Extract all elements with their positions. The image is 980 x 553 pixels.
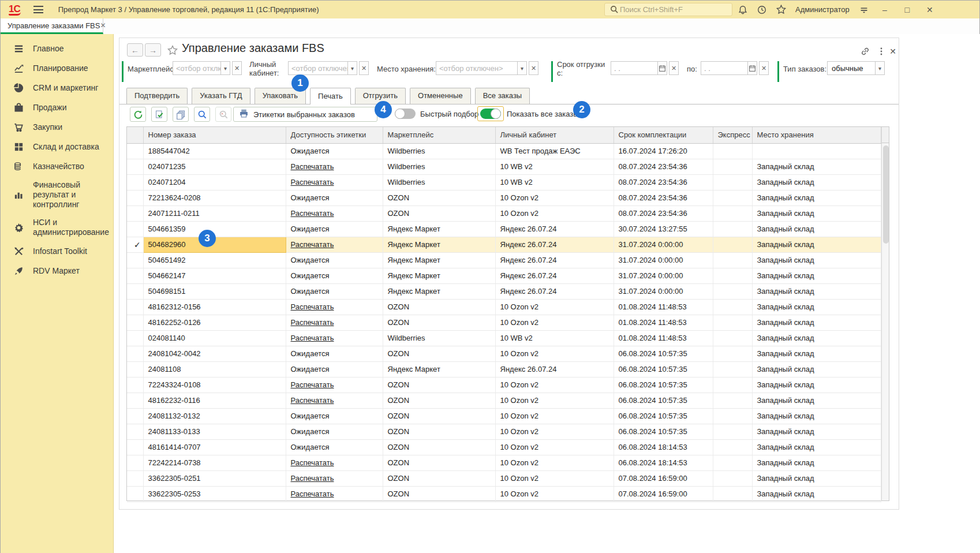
set-flags-button[interactable] bbox=[151, 107, 167, 122]
favorite-star-icon[interactable] bbox=[167, 44, 178, 56]
get-link-icon[interactable] bbox=[859, 46, 871, 57]
label-availability-cell[interactable]: Распечатать bbox=[286, 455, 383, 470]
column-header[interactable]: Срок комплектации bbox=[614, 127, 713, 143]
notifications-bell-icon[interactable] bbox=[737, 4, 749, 16]
label-availability-cell[interactable]: Распечатать bbox=[286, 174, 383, 190]
action-tab[interactable]: Отмененные bbox=[410, 88, 471, 104]
order-number-cell[interactable]: 72243324-0108 bbox=[143, 377, 286, 393]
order-number-cell[interactable]: 24081133-0133 bbox=[143, 424, 286, 439]
table-row[interactable]: 024071204 Распечатать Wildberries 10 WB … bbox=[127, 174, 881, 190]
sidebar-item-sales-bag[interactable]: Продажи bbox=[1, 98, 113, 117]
column-header[interactable] bbox=[127, 127, 143, 143]
label-availability-cell[interactable]: Распечатать bbox=[286, 159, 383, 174]
table-row[interactable]: 1885447042 Ожидается Wildberries WB Тест… bbox=[127, 143, 881, 159]
table-row[interactable]: 48162312-0156 Распечатать OZON 10 Ozon v… bbox=[127, 299, 881, 315]
minimize-button[interactable]: – bbox=[877, 3, 892, 16]
ship-to-clear-button[interactable]: ✕ bbox=[759, 61, 769, 75]
order-number-cell[interactable]: 24081132-0132 bbox=[143, 408, 286, 424]
order-number-cell[interactable]: 504662147 bbox=[143, 268, 286, 283]
vertical-scrollbar[interactable] bbox=[881, 127, 889, 500]
storage-dropdown-button[interactable]: ▾ bbox=[517, 61, 527, 75]
ship-from-clear-button[interactable]: ✕ bbox=[669, 61, 679, 75]
table-row[interactable]: 024081140 Распечатать Wildberries 10 WB … bbox=[127, 330, 881, 346]
print-labels-button[interactable]: Этикетки выбранных заказов bbox=[233, 107, 377, 122]
order-number-cell[interactable]: 024081140 bbox=[143, 330, 286, 346]
order-number-cell[interactable]: 48161414-0707 bbox=[143, 439, 286, 455]
favorites-star-icon[interactable] bbox=[775, 4, 787, 16]
show-all-orders-toggle[interactable] bbox=[480, 109, 501, 119]
storage-clear-button[interactable]: ✕ bbox=[529, 61, 538, 75]
account-filter-input[interactable]: <отбор отключен> bbox=[288, 61, 348, 75]
table-row[interactable]: 24081132-0132 Ожидается OZON 10 Ozon v2 … bbox=[127, 408, 881, 424]
order-number-cell[interactable]: 48162312-0156 bbox=[143, 299, 286, 315]
sidebar-item-planning[interactable]: Планирование bbox=[1, 58, 113, 78]
column-header[interactable]: Личный кабинет bbox=[495, 127, 614, 143]
action-tab[interactable]: Печать bbox=[310, 88, 351, 104]
account-clear-button[interactable]: ✕ bbox=[359, 61, 369, 75]
table-row[interactable]: 24081108 Ожидается Яндекс Маркет Яндекс … bbox=[127, 361, 881, 377]
action-tab[interactable]: Подтвердить bbox=[126, 88, 188, 104]
storage-filter-input[interactable]: <отбор отключен> bbox=[436, 61, 518, 75]
sidebar-item-rocket[interactable]: RDV Маркет bbox=[1, 261, 113, 281]
column-header[interactable]: Маркетплейс bbox=[383, 127, 495, 143]
label-availability-cell[interactable]: Распечатать bbox=[286, 205, 383, 221]
account-dropdown-button[interactable]: ▾ bbox=[347, 61, 357, 75]
column-header[interactable]: Место хранения bbox=[752, 127, 881, 143]
order-number-cell[interactable]: 33622305-0253 bbox=[143, 486, 286, 502]
sidebar-item-treasury-coins[interactable]: Казначейство bbox=[1, 156, 113, 176]
label-availability-cell[interactable]: Распечатать bbox=[286, 470, 383, 486]
sidebar-item-gear[interactable]: НСИ и администрирование bbox=[1, 214, 113, 241]
marketplace-dropdown-button[interactable]: ▾ bbox=[220, 61, 230, 75]
find-button[interactable] bbox=[194, 107, 210, 122]
order-number-cell[interactable]: 24081108 bbox=[143, 361, 286, 377]
label-availability-cell[interactable]: Распечатать bbox=[286, 330, 383, 346]
more-menu-kebab-icon[interactable] bbox=[876, 46, 887, 57]
label-availability-cell[interactable]: Распечатать bbox=[286, 237, 383, 252]
sidebar-item-warehouse-grid[interactable]: Склад и доставка bbox=[1, 137, 113, 156]
close-tab-icon[interactable]: ✕ bbox=[100, 21, 106, 29]
sidebar-item-purchases-cart[interactable]: Закупки bbox=[1, 117, 113, 137]
table-row[interactable]: 024071235 Распечатать Wildberries 10 WB … bbox=[127, 159, 881, 174]
order-number-cell[interactable]: 33622305-0251 bbox=[143, 470, 286, 486]
window-tab-fbs-orders[interactable]: Управление заказами FBS ✕ bbox=[1, 18, 103, 34]
marketplace-filter-input[interactable]: <отбор отключен> bbox=[173, 61, 221, 75]
table-row[interactable]: 72242214-0738 Распечатать OZON 10 Ozon v… bbox=[127, 455, 881, 470]
sidebar-item-finance-chart[interactable]: Финансовый результат и контроллинг bbox=[1, 176, 113, 214]
order-number-cell[interactable]: 024071235 bbox=[143, 159, 286, 174]
order-number-cell[interactable]: 48162252-0126 bbox=[143, 315, 286, 330]
table-row[interactable]: 48162252-0126 Распечатать OZON 10 Ozon v… bbox=[127, 315, 881, 330]
label-availability-cell[interactable]: Распечатать bbox=[286, 377, 383, 393]
order-type-dropdown-button[interactable]: ▾ bbox=[875, 61, 885, 75]
table-row[interactable]: 48161414-0707 Ожидается OZON 10 Ozon v2 … bbox=[127, 439, 881, 455]
table-row[interactable]: 72213624-0208 Ожидается OZON 10 Ozon v2 … bbox=[127, 190, 881, 205]
order-number-cell[interactable]: 72242214-0738 bbox=[143, 455, 286, 470]
order-number-cell[interactable]: 024071204 bbox=[143, 174, 286, 190]
marketplace-clear-button[interactable]: ✕ bbox=[232, 61, 242, 75]
ship-from-calendar-icon[interactable] bbox=[657, 61, 667, 75]
table-row[interactable]: 33622305-0251 Распечатать OZON 10 Ozon v… bbox=[127, 470, 881, 486]
order-number-cell[interactable]: 24081042-0042 bbox=[143, 346, 286, 361]
action-tab[interactable]: Указать ГТД bbox=[192, 88, 250, 104]
order-number-cell[interactable]: 48162232-0116 bbox=[143, 393, 286, 408]
table-row[interactable]: 24081133-0133 Ожидается OZON 10 Ozon v2 … bbox=[127, 424, 881, 439]
back-button[interactable]: ← bbox=[127, 43, 143, 57]
order-number-cell[interactable]: 24071211-0211 bbox=[143, 205, 286, 221]
table-row[interactable]: 504662147 Ожидается Яндекс Маркет Яндекс… bbox=[127, 268, 881, 283]
service-menu-icon[interactable] bbox=[858, 4, 870, 16]
column-header[interactable]: Доступность этикетки bbox=[286, 127, 383, 143]
table-row[interactable]: 504698151 Ожидается Яндекс Маркет Яндекс… bbox=[127, 283, 881, 299]
ship-to-calendar-icon[interactable] bbox=[747, 61, 757, 75]
order-number-cell[interactable]: 504651492 bbox=[143, 252, 286, 268]
order-number-cell[interactable]: 504698151 bbox=[143, 283, 286, 299]
global-search[interactable] bbox=[604, 3, 732, 16]
history-icon[interactable] bbox=[756, 4, 768, 16]
table-row[interactable]: 48162232-0116 Распечатать OZON 10 Ozon v… bbox=[127, 393, 881, 408]
table-row[interactable]: 72243324-0108 Распечатать OZON 10 Ozon v… bbox=[127, 377, 881, 393]
sidebar-item-home-menu[interactable]: Главное bbox=[1, 39, 113, 58]
copy-button[interactable] bbox=[173, 107, 189, 122]
table-row[interactable]: ✓ 504682960 Распечатать Яндекс Маркет Ян… bbox=[127, 237, 881, 252]
action-tab[interactable]: Все заказы bbox=[475, 88, 530, 104]
table-row[interactable]: 504651492 Ожидается Яндекс Маркет Яндекс… bbox=[127, 252, 881, 268]
quick-pick-toggle[interactable] bbox=[395, 109, 416, 119]
sidebar-item-tools[interactable]: Infostart Toolkit bbox=[1, 241, 113, 261]
